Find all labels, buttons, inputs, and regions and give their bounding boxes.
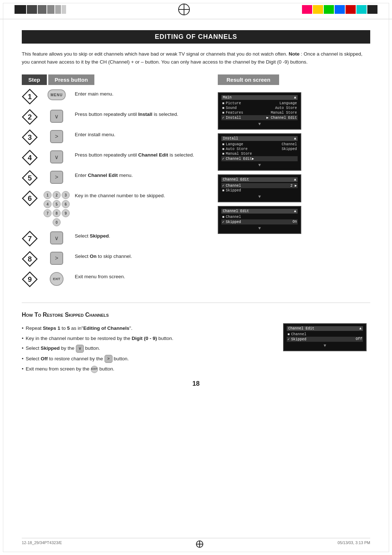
step-9-button-area: EXIT — [42, 271, 71, 286]
tv-row-1-2: ■SoundAuto Store — [221, 106, 298, 110]
step-7-text: Select Skipped. — [75, 231, 110, 240]
step-row-7: 7 ∨ Select Skipped. — [22, 231, 211, 247]
decor-block-5 — [55, 5, 61, 14]
tv-row-r-2: ✓SkippedOff — [287, 337, 363, 342]
exit-button-9[interactable]: EXIT — [50, 272, 64, 286]
tv-screen-7: Channel Edit▲ ■Channel ✓SkippedOn ▼ — [218, 206, 301, 234]
restore-bullet-1: Repeat Steps 1 to 5 as in"Editing of Cha… — [22, 323, 272, 333]
color-bar-black — [367, 5, 377, 14]
color-bar-red — [302, 5, 312, 14]
restore-bullet-4: Select Off to restore channel by the > b… — [22, 354, 272, 364]
step-row-1: 1 MENU Enter main menu. — [22, 89, 211, 105]
numpad-3[interactable]: 3 — [62, 191, 70, 199]
numpad-8[interactable]: 8 — [53, 209, 61, 217]
color-bar-green — [324, 5, 334, 14]
step-number-9: 9 — [22, 271, 38, 287]
exit-btn-inline[interactable]: EXIT — [91, 366, 98, 373]
step-row-2: 2 ∨ Press button repeatedly until Instal… — [22, 109, 211, 125]
numpad-0[interactable]: 0 — [53, 218, 61, 226]
decor-block-3 — [38, 5, 46, 14]
numpad-4[interactable]: 4 — [44, 200, 52, 208]
numpad-2[interactable]: 2 — [53, 191, 61, 199]
step-3-text: Enter install menu. — [75, 129, 115, 139]
footer-crosshair — [196, 540, 203, 548]
menu-button[interactable]: MENU — [48, 89, 66, 100]
color-bar-darkred — [346, 5, 356, 14]
numpad-5[interactable]: 5 — [53, 200, 61, 208]
step-6-button-area: 1 2 3 4 5 6 7 8 9 0 — [42, 190, 71, 226]
header-result-on-screen: Result on screen — [218, 74, 279, 85]
numpad-6[interactable]: 6 — [62, 200, 70, 208]
step-4-button-area: ∨ — [42, 150, 71, 163]
tv-screen-1: Main▲ ■PictureLanguage ■SoundAuto Store … — [218, 92, 301, 130]
decor-block-4 — [47, 5, 54, 14]
decor-center-crosshair — [66, 4, 302, 15]
step-number-8: 8 — [22, 251, 38, 267]
step-1-button-area: MENU — [42, 89, 71, 100]
description-text: This feature allows you to skip or edit … — [22, 50, 370, 66]
right-button-3[interactable]: > — [50, 130, 63, 143]
main-content: Editing of Channels This feature allows … — [0, 23, 392, 398]
note-label: Note — [289, 51, 299, 57]
numpad-7[interactable]: 7 — [44, 209, 52, 217]
step-number-2: 2 — [22, 109, 38, 125]
tv-row-2-3: ■Manual Store — [221, 151, 298, 156]
step-row-4: 4 ∨ Press button repeatedly until Channe… — [22, 150, 211, 166]
right-button-8[interactable]: > — [50, 252, 63, 265]
step-5-text: Enter Channel Edit menu. — [75, 170, 133, 179]
tv-arrow-7: ▼ — [221, 226, 298, 231]
tv-row-4-1: ✓Channel2 ▶ — [221, 183, 298, 188]
tv-header-4: Channel Edit▲ — [221, 177, 298, 182]
section-title: Editing of Channels — [155, 33, 237, 40]
right-button-5[interactable]: > — [50, 171, 63, 184]
tv-row-1-4: ✓Install▶ Channel Edit — [221, 115, 298, 120]
restore-bullet-3: Select Skipped by the ∨ button. — [22, 343, 272, 353]
tv-arrow-1: ▼ — [221, 122, 298, 127]
decor-block-6 — [62, 5, 66, 14]
crosshair-icon — [178, 4, 190, 15]
step-8-text: Select On to skip channel. — [75, 251, 132, 260]
step-number-7: 7 — [22, 231, 38, 247]
footer: 12-18_29/34PT4323/E 05/13/03, 3:13 PM — [22, 538, 370, 548]
section-title-bar: Editing of Channels — [22, 30, 370, 44]
step-row-5: 5 > Enter Channel Edit menu. — [22, 170, 211, 186]
restore-section-title: How to Restore Skipped Channels — [22, 312, 370, 318]
decor-right — [302, 5, 377, 14]
color-bar-yellow — [313, 5, 323, 14]
down-button-2[interactable]: ∨ — [50, 110, 63, 123]
footer-right: 05/13/03, 3:13 PM — [338, 540, 370, 548]
tv-row-7-2: ✓SkippedOn — [221, 219, 298, 224]
decor-block-1 — [15, 5, 26, 14]
step-number-4: 4 — [22, 150, 38, 166]
footer-left: 12-18_29/34PT4323/E — [22, 540, 62, 548]
tv-header-restore: Channel Edit▲ — [287, 326, 363, 331]
step-number-1: 1 — [22, 89, 38, 105]
step-7-button-area: ∨ — [42, 231, 71, 244]
numpad-9[interactable]: 9 — [62, 209, 70, 217]
right-btn-inline[interactable]: > — [105, 355, 113, 363]
tv-header-1: Main▲ — [221, 95, 298, 100]
step-number-5: 5 — [22, 170, 38, 186]
tv-header-7: Channel Edit▲ — [221, 209, 298, 214]
numpad-6: 1 2 3 4 5 6 7 8 9 0 — [44, 191, 70, 226]
down-button-7[interactable]: ∨ — [50, 231, 63, 244]
step-9-text: Exit menu from screen. — [75, 271, 125, 281]
numpad-1[interactable]: 1 — [44, 191, 52, 199]
step-row-3: 3 > Enter install menu. — [22, 129, 211, 145]
step-2-text: Press button repeatedly until Install is… — [75, 109, 178, 118]
color-bar-blue — [335, 5, 345, 14]
tv-row-1-3: ■FeaturesManual Store — [221, 110, 298, 115]
steps-table: Step Press button 1 MENU Enter main menu… — [22, 74, 370, 292]
tv-row-2-4: ✓Channel Edit▶ — [221, 156, 298, 161]
down-btn-inline[interactable]: ∨ — [76, 345, 84, 353]
page-number: 18 — [22, 380, 370, 388]
step-4-text: Press button repeatedly until Channel Ed… — [75, 150, 194, 159]
header-step: Step — [22, 74, 47, 85]
step-8-button-area: > — [42, 251, 71, 265]
tv-arrow-4: ▼ — [221, 194, 298, 199]
steps-left-column: Step Press button 1 MENU Enter main menu… — [22, 74, 211, 292]
color-bar-cyan — [356, 5, 367, 14]
down-button-4[interactable]: ∨ — [50, 150, 63, 163]
tv-row-2-1: ■LanguageChannel — [221, 142, 298, 147]
step-3-button-area: > — [42, 129, 71, 143]
